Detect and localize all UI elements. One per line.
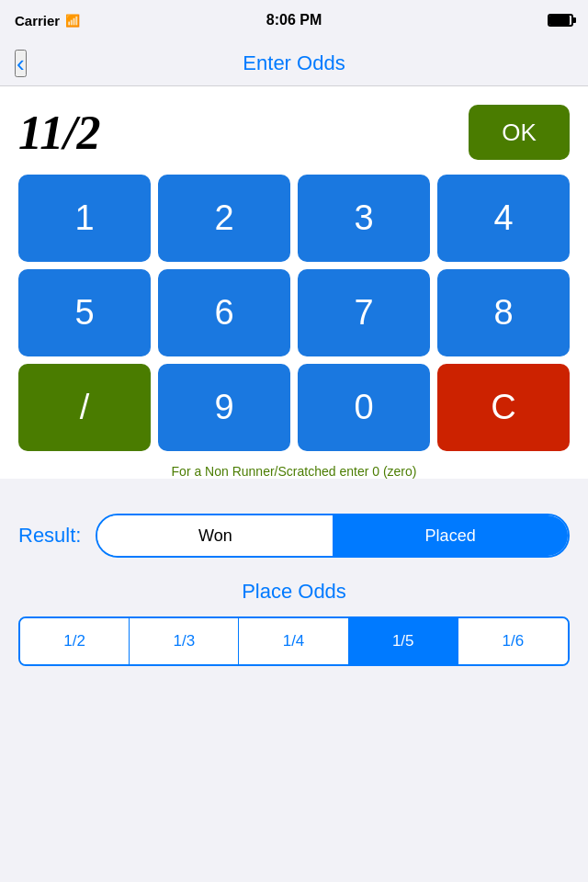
won-button[interactable]: Won (97, 515, 333, 556)
odds-display: 11/2 (18, 106, 101, 160)
key-2[interactable]: 2 (158, 175, 290, 262)
battery-icon (548, 14, 573, 27)
status-time: 8:06 PM (266, 12, 322, 28)
carrier-label: Carrier (15, 13, 60, 28)
place-odds-title: Place Odds (18, 580, 570, 604)
status-bar: Carrier 📶 8:06 PM (0, 0, 588, 40)
placed-button[interactable]: Placed (333, 515, 568, 556)
key-1[interactable]: 1 (18, 175, 151, 262)
key-slash[interactable]: / (18, 364, 151, 451)
place-odd-1-2[interactable]: 1/2 (20, 618, 130, 664)
main-content: 11/2 OK 1 2 3 4 5 6 7 8 / 9 0 C For a No… (0, 86, 588, 479)
result-toggle: Won Placed (96, 514, 570, 558)
key-6[interactable]: 6 (158, 269, 290, 356)
back-button[interactable]: ‹ (15, 50, 27, 77)
key-9[interactable]: 9 (158, 364, 290, 451)
key-7[interactable]: 7 (298, 269, 430, 356)
key-5[interactable]: 5 (18, 269, 151, 356)
wifi-icon: 📶 (65, 14, 80, 28)
result-label: Result: (18, 524, 81, 548)
key-clear[interactable]: C (437, 364, 570, 451)
lower-section: Result: Won Placed Place Odds 1/2 1/3 1/… (0, 486, 588, 684)
status-left: Carrier 📶 (15, 13, 80, 28)
place-odds-row: 1/2 1/3 1/4 1/5 1/6 (18, 616, 570, 666)
place-odd-1-3[interactable]: 1/3 (130, 618, 239, 664)
result-row: Result: Won Placed (18, 514, 570, 558)
ok-button[interactable]: OK (469, 105, 570, 160)
keypad: 1 2 3 4 5 6 7 8 / 9 0 C (18, 175, 570, 451)
nav-title: Enter Odds (243, 51, 345, 75)
hint-text: For a Non Runner/Scratched enter 0 (zero… (18, 464, 570, 479)
odds-row: 11/2 OK (18, 105, 570, 160)
place-odd-1-6[interactable]: 1/6 (458, 618, 568, 664)
key-3[interactable]: 3 (298, 175, 430, 262)
nav-bar: ‹ Enter Odds (0, 40, 588, 86)
place-odd-1-5[interactable]: 1/5 (349, 618, 458, 664)
place-odd-1-4[interactable]: 1/4 (239, 618, 348, 664)
key-0[interactable]: 0 (298, 364, 430, 451)
key-4[interactable]: 4 (437, 175, 570, 262)
key-8[interactable]: 8 (437, 269, 570, 356)
